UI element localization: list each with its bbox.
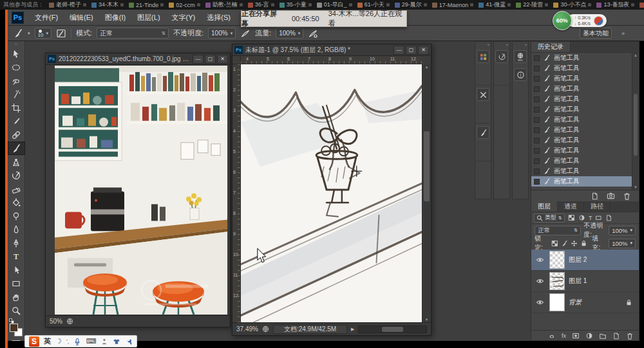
history-state-row[interactable]: 画笔工具 [531, 63, 632, 73]
doc-size-field[interactable]: 文档:24.9M/42.5M [273, 325, 347, 334]
history-state-row[interactable]: 画笔工具 [531, 125, 632, 135]
horizontal-scrollbar[interactable] [358, 325, 427, 333]
participant-item[interactable]: 29-晨尔 [395, 1, 427, 9]
lock-pixels-icon[interactable] [561, 240, 568, 247]
layer-row[interactable]: 背景 [531, 292, 639, 313]
tool-preset-caret-icon[interactable]: ▾ [28, 31, 30, 36]
participant-item[interactable]: 61-小天 [357, 1, 390, 9]
move-tool[interactable] [8, 47, 25, 60]
vertical-scroll-thumb[interactable] [424, 131, 430, 201]
airbrush-icon[interactable] [240, 28, 251, 39]
doc2-titlebar[interactable]: Ps 未标题-1 @ 37.5% (图层 2, RGB/8) * — ▢ ✕ [232, 44, 431, 56]
minimize-icon[interactable]: — [393, 46, 404, 55]
maximize-icon[interactable]: ▢ [406, 46, 417, 55]
status-menu-icon[interactable]: ▶ [351, 327, 354, 332]
tab-layers[interactable]: 图层 [531, 201, 558, 212]
panel-expand-icon[interactable]: » [494, 42, 509, 48]
blend-mode-select[interactable]: 正常 ⇅ [97, 28, 169, 39]
scroll-down-icon[interactable]: ▼ [632, 185, 639, 189]
doc1-zoom-level[interactable]: 50% [50, 318, 62, 325]
maximize-icon[interactable]: ▢ [205, 55, 216, 64]
brush-tool[interactable] [8, 142, 25, 155]
hand-tool[interactable] [8, 290, 25, 304]
history-state-row[interactable]: 画笔工具 [531, 166, 632, 176]
history-state-row[interactable]: 画笔工具 [531, 84, 632, 94]
history-scroll-thumb[interactable] [634, 94, 638, 156]
history-source-checkbox[interactable] [534, 138, 540, 143]
participant-item[interactable]: 17-Maenon [432, 1, 474, 9]
participant-item[interactable]: 22-陵雷 [516, 1, 548, 9]
navigator-panel-icon[interactable]: MNU [514, 50, 527, 63]
menu-item-4[interactable]: 图层(L) [131, 10, 166, 26]
panel-expand-icon[interactable]: » [475, 42, 491, 48]
menu-item-3[interactable]: 图像(I) [99, 10, 131, 26]
history-source-checkbox[interactable] [534, 169, 540, 174]
airbrush-pressure-icon[interactable] [308, 28, 318, 39]
participant-item[interactable]: 45-茄子 [639, 1, 644, 9]
sogou-logo[interactable]: S [29, 336, 39, 347]
minimize-icon[interactable]: — [193, 55, 204, 64]
brush-panel-icon[interactable] [495, 50, 508, 63]
history-source-checkbox[interactable] [534, 66, 540, 71]
vertical-scrollbar[interactable]: ▲ ▼ [422, 64, 431, 322]
swatches-panel-icon[interactable] [477, 50, 489, 63]
new-group-icon[interactable] [599, 332, 607, 340]
skin-icon[interactable] [113, 338, 120, 345]
history-state-row[interactable]: 画笔工具 [531, 114, 632, 125]
flow-select[interactable]: 100% ▾ [276, 28, 303, 39]
history-state-row[interactable]: 画笔工具 [531, 176, 632, 187]
horizontal-scroll-thumb[interactable] [382, 327, 403, 332]
participant-item[interactable]: 助教-兰楠 [205, 1, 243, 9]
toggle-brush-panel-icon[interactable] [56, 28, 66, 39]
type-tool[interactable]: T [8, 250, 25, 263]
history-state-row[interactable]: 画笔工具 [531, 145, 632, 156]
add-mask-icon[interactable] [572, 332, 580, 340]
healing-tool[interactable] [8, 128, 25, 142]
layer-opacity-select[interactable]: 100% ▾ [609, 226, 636, 235]
filter-type-layers-icon[interactable]: T [589, 215, 592, 221]
filter-kind-select[interactable]: 类型 ⇅ [534, 214, 565, 223]
layer-thumbnail[interactable] [549, 293, 565, 311]
scroll-down-icon[interactable]: ▼ [422, 318, 431, 322]
participant-item[interactable]: 36-言 [248, 1, 274, 9]
zoom-tool[interactable] [8, 304, 25, 317]
layer-visibility-eye-icon[interactable] [534, 256, 545, 264]
delete-layer-icon[interactable] [626, 332, 634, 340]
brush-size-picker[interactable]: 10 ▾ [35, 28, 52, 39]
tab-history[interactable]: 历史记录 [531, 42, 571, 52]
smudge-tool[interactable] [8, 223, 25, 236]
brush-tool-icon[interactable] [13, 28, 23, 39]
fill-select[interactable]: 100% ▾ [609, 239, 636, 248]
close-icon[interactable]: ✕ [418, 46, 429, 55]
link-layers-icon[interactable] [548, 332, 556, 340]
lasso-tool[interactable] [8, 74, 25, 87]
crop-tool[interactable] [8, 101, 25, 114]
filter-smart-objects-icon[interactable] [605, 214, 612, 221]
new-document-from-state-icon[interactable] [591, 192, 599, 200]
new-snapshot-icon[interactable] [607, 192, 615, 200]
lock-position-icon[interactable] [571, 240, 578, 247]
ime-language-mode[interactable]: 英 [44, 336, 51, 346]
filter-adjustment-layers-icon[interactable] [578, 214, 585, 221]
history-source-checkbox[interactable] [534, 76, 540, 82]
eraser-tool[interactable] [8, 182, 25, 196]
tab-channels[interactable]: 通道 [558, 201, 584, 212]
toolbox-icon[interactable] [125, 338, 133, 345]
brush-presets-panel-icon[interactable] [477, 126, 489, 139]
menu-item-1[interactable]: 文件(F) [29, 10, 64, 26]
history-source-checkbox[interactable] [534, 55, 540, 61]
shape-tool[interactable] [8, 277, 25, 290]
history-source-checkbox[interactable] [534, 117, 540, 123]
microphone-icon[interactable] [73, 338, 81, 345]
menu-item-5[interactable]: 文字(Y) [166, 10, 202, 26]
participant-item[interactable]: 01-早白_ [317, 1, 352, 9]
layer-row[interactable]: 图层 2 [531, 250, 639, 271]
history-source-checkbox[interactable] [534, 179, 540, 185]
history-brush-tool[interactable] [8, 169, 25, 182]
participant-item[interactable]: 41-微蓝 [478, 1, 511, 9]
layer-thumbnail[interactable] [549, 272, 565, 290]
participant-item[interactable]: 35-小童 [279, 1, 312, 9]
keyboard-icon[interactable]: ⌨ [86, 338, 96, 345]
history-source-checkbox[interactable] [534, 158, 540, 164]
participant-item[interactable]: 30-小不点 [553, 1, 591, 9]
